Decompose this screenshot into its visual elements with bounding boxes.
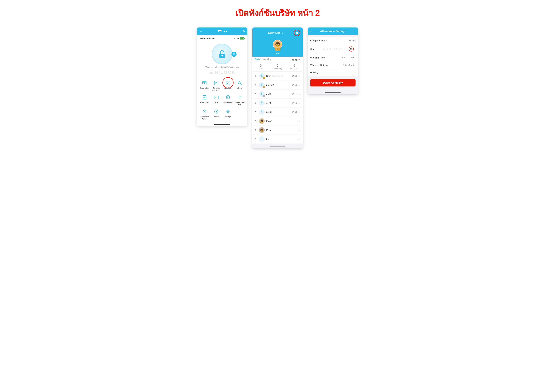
att-name-4: อัด02 xyxy=(266,101,292,105)
gear-settings-button[interactable] xyxy=(294,30,300,36)
svg-point-9 xyxy=(238,82,240,84)
fingerprint-avatar-8 xyxy=(259,136,265,142)
attendance-icon xyxy=(225,80,231,86)
settings-row-staff[interactable]: Staff HILOCK 11 › xyxy=(308,44,358,54)
table-row[interactable]: 2 noom01 08:04 - › xyxy=(252,81,303,90)
menu-item-passcodes[interactable]: Passcodes xyxy=(198,93,210,107)
device-info-row: HiLock-HL-500 100% xyxy=(197,35,247,41)
settings-row-working-time[interactable]: Working Time 08:30 - 17:00 › xyxy=(308,54,358,61)
row-num: 6 xyxy=(255,120,258,122)
svg-point-3 xyxy=(234,55,234,55)
screen2-back-arrow[interactable]: ← xyxy=(255,31,258,35)
svg-point-24 xyxy=(227,111,229,112)
menu-item-records[interactable]: Records xyxy=(210,107,222,121)
staff-arrow-icon: › xyxy=(355,48,356,50)
screens-container: ← TTLock ⊙ HiLock-HL-500 100% xyxy=(183,27,372,149)
svg-point-20 xyxy=(240,98,240,99)
holiday-arrow: › xyxy=(355,71,356,74)
svg-rect-18 xyxy=(215,98,216,98)
home-indicator-3 xyxy=(325,93,341,93)
lock-area[interactable] xyxy=(197,41,247,66)
menu-item-send-ekey[interactable]: Send eKey xyxy=(198,78,210,93)
staff-value: 11 › xyxy=(349,46,356,51)
table-row[interactable]: 8 tum - › xyxy=(252,135,303,144)
svg-rect-19 xyxy=(239,96,241,99)
fingerprint-avatar-4 xyxy=(259,100,265,106)
back-arrow-icon[interactable]: ← xyxy=(199,30,202,33)
att-name-6: Faiiy* xyxy=(266,120,297,122)
settings-row-workday[interactable]: Workday Setting 1,2,3,4,5,6 › xyxy=(308,61,358,69)
lock-circle[interactable] xyxy=(212,44,232,64)
battery-percentage: 100% xyxy=(234,37,239,40)
att-time-5: 08:55 - xyxy=(292,111,298,113)
tab-monthly[interactable]: Monthly xyxy=(263,58,271,62)
table-row[interactable]: 3 nu01 08:11 - › xyxy=(252,90,303,99)
settings-icon xyxy=(225,108,231,115)
att-name-5: เก่ง01 xyxy=(266,110,292,114)
menu-item-cards[interactable]: Cards xyxy=(210,93,222,107)
gear-icon xyxy=(295,31,299,35)
no1-badge: NO.1 xyxy=(275,48,280,50)
screen3-back-arrow[interactable]: ← xyxy=(310,30,313,33)
stat-no-record: 0 No Record xyxy=(286,64,303,70)
table-row[interactable]: 1 Nee HILOCK 07:55 - › xyxy=(252,71,303,81)
screen1-body: HiLock-HL-500 100% xyxy=(197,35,247,126)
fingerprint-avatar-1 xyxy=(259,73,265,79)
screen3-body: Company Name HiLock Staff HILOCK xyxy=(308,37,358,94)
stat-leave-early: 0 Leave Early xyxy=(269,64,286,70)
attendance-label: Attendance xyxy=(224,87,232,89)
dropdown-arrow-icon[interactable]: ▼ xyxy=(281,32,283,34)
menu-item-authorized-admin[interactable]: Authorized Admin xyxy=(198,107,210,121)
row-num: 3 xyxy=(255,93,258,95)
working-time-value: 08:30 - 17:00 › xyxy=(341,56,356,59)
tab-daily[interactable]: Daily xyxy=(255,58,260,62)
generate-passcode-icon: ## xyxy=(213,80,219,86)
row-num: 7 xyxy=(255,129,258,131)
battery-bar: 100% xyxy=(234,37,244,40)
menu-item-ekeys[interactable]: eKeys xyxy=(234,78,246,93)
rank-badge-3 xyxy=(263,95,265,97)
att-time-6: - xyxy=(297,120,298,122)
ekeys-icon xyxy=(236,80,243,86)
stat-late: 0 Late xyxy=(252,64,269,70)
fingerprint-avatar-5 xyxy=(259,109,265,115)
photo-avatar-6: 👧 xyxy=(259,118,265,124)
records-icon xyxy=(213,108,219,115)
screen1-title: TTLock xyxy=(202,30,242,33)
screen1: ← TTLock ⊙ HiLock-HL-500 100% xyxy=(197,27,248,126)
company-name-label: Company Name xyxy=(310,39,327,42)
ekeys-label: eKeys xyxy=(237,87,242,89)
holiday-label: Holiday xyxy=(310,71,318,74)
wireless-fob-label: Wireless Key Fob xyxy=(235,101,245,106)
screen1-bottom-bar xyxy=(197,121,247,126)
workday-arrow: › xyxy=(355,64,356,66)
table-row[interactable]: 5 เก่ง01 08:55 - › xyxy=(252,108,303,117)
table-row[interactable]: 7 🧑 Pear - › xyxy=(252,126,303,135)
menu-item-wireless-fob[interactable]: Wireless Key Fob xyxy=(234,93,246,107)
settings-row-company[interactable]: Company Name HiLock xyxy=(308,37,358,44)
row-num: 5 xyxy=(255,111,258,113)
delete-company-button[interactable]: Delete Company xyxy=(310,79,356,86)
date-range[interactable]: 10-15 ▼ xyxy=(292,59,300,61)
table-row[interactable]: 6 👧 Faiiy* - › xyxy=(252,117,303,126)
scan-icon[interactable]: ⊙ xyxy=(242,30,245,33)
rank-badge-1 xyxy=(263,77,265,79)
row-num: 8 xyxy=(255,138,258,140)
holiday-value: › xyxy=(355,71,356,74)
records-label: Records xyxy=(213,115,219,118)
tabs-row: Daily Monthly 10-15 ▼ xyxy=(252,57,303,62)
battery-icon xyxy=(240,37,244,40)
menu-item-attendance[interactable]: Attendance xyxy=(222,78,234,93)
screen3-header: ← Attendance Setting xyxy=(308,28,358,35)
menu-item-generate-passcode[interactable]: ## Generate Passcode xyxy=(210,78,222,93)
screen1-header: ← TTLock ⊙ xyxy=(197,28,247,35)
settings-label: Settings xyxy=(225,115,231,118)
wireless-fob-icon xyxy=(236,94,243,101)
row-arrow-8: › xyxy=(299,138,300,141)
home-indicator xyxy=(214,124,230,125)
menu-item-fingerprints[interactable]: Fingerprints xyxy=(222,93,234,107)
settings-row-holiday[interactable]: Holiday › xyxy=(308,69,358,76)
battery-fill xyxy=(240,38,243,39)
menu-item-settings[interactable]: Settings xyxy=(222,107,234,121)
table-row[interactable]: 4 อัด02 08:23 - › xyxy=(252,99,303,108)
